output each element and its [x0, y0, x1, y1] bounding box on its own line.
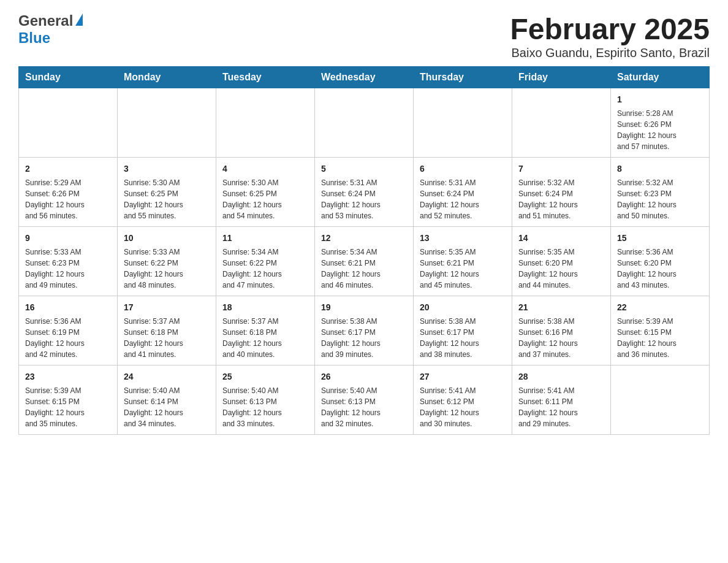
calendar-day-cell: 10Sunrise: 5:33 AM Sunset: 6:22 PM Dayli… [118, 227, 216, 296]
day-number: 4 [222, 163, 308, 175]
day-info: Sunrise: 5:37 AM Sunset: 6:18 PM Dayligh… [124, 316, 210, 360]
calendar-title: February 2025 [510, 12, 710, 46]
calendar-day-cell [414, 88, 512, 158]
calendar-day-cell [315, 88, 414, 158]
day-info: Sunrise: 5:31 AM Sunset: 6:24 PM Dayligh… [420, 177, 506, 221]
day-of-week-header: Monday [118, 67, 216, 88]
page-header: General Blue February 2025 Baixo Guandu,… [18, 12, 710, 60]
day-number: 20 [420, 301, 506, 314]
day-number: 3 [124, 163, 210, 175]
day-number: 7 [518, 163, 604, 175]
day-info: Sunrise: 5:32 AM Sunset: 6:24 PM Dayligh… [518, 177, 604, 221]
day-info: Sunrise: 5:35 AM Sunset: 6:20 PM Dayligh… [518, 247, 604, 291]
calendar-day-cell: 2Sunrise: 5:29 AM Sunset: 6:26 PM Daylig… [19, 158, 118, 227]
calendar-day-cell: 23Sunrise: 5:39 AM Sunset: 6:15 PM Dayli… [19, 366, 118, 435]
day-number: 25 [222, 370, 308, 383]
calendar-day-cell: 20Sunrise: 5:38 AM Sunset: 6:17 PM Dayli… [414, 296, 512, 366]
logo-blue-text: Blue [18, 29, 50, 46]
calendar-day-cell: 11Sunrise: 5:34 AM Sunset: 6:22 PM Dayli… [216, 227, 315, 296]
calendar-day-cell: 3Sunrise: 5:30 AM Sunset: 6:25 PM Daylig… [118, 158, 216, 227]
calendar-day-cell: 27Sunrise: 5:41 AM Sunset: 6:12 PM Dayli… [414, 366, 512, 435]
day-info: Sunrise: 5:38 AM Sunset: 6:17 PM Dayligh… [321, 316, 407, 360]
day-info: Sunrise: 5:39 AM Sunset: 6:15 PM Dayligh… [25, 385, 111, 429]
day-info: Sunrise: 5:41 AM Sunset: 6:12 PM Dayligh… [420, 385, 506, 429]
calendar-day-cell: 22Sunrise: 5:39 AM Sunset: 6:15 PM Dayli… [611, 296, 710, 366]
calendar-day-cell [512, 88, 611, 158]
day-number: 15 [617, 232, 703, 245]
day-of-week-header: Friday [512, 67, 611, 88]
day-number: 16 [25, 301, 111, 314]
day-number: 2 [25, 163, 111, 175]
day-info: Sunrise: 5:41 AM Sunset: 6:11 PM Dayligh… [518, 385, 604, 429]
day-info: Sunrise: 5:38 AM Sunset: 6:17 PM Dayligh… [420, 316, 506, 360]
day-number: 24 [124, 370, 210, 383]
day-info: Sunrise: 5:30 AM Sunset: 6:25 PM Dayligh… [222, 177, 308, 221]
day-info: Sunrise: 5:30 AM Sunset: 6:25 PM Dayligh… [124, 177, 210, 221]
calendar-day-cell: 17Sunrise: 5:37 AM Sunset: 6:18 PM Dayli… [118, 296, 216, 366]
day-number: 1 [617, 93, 703, 106]
day-info: Sunrise: 5:40 AM Sunset: 6:13 PM Dayligh… [222, 385, 308, 429]
calendar-day-cell [216, 88, 315, 158]
day-number: 19 [321, 301, 407, 314]
calendar-week-row: 2Sunrise: 5:29 AM Sunset: 6:26 PM Daylig… [19, 158, 710, 227]
day-info: Sunrise: 5:36 AM Sunset: 6:20 PM Dayligh… [617, 247, 703, 291]
calendar-day-cell: 26Sunrise: 5:40 AM Sunset: 6:13 PM Dayli… [315, 366, 414, 435]
calendar-day-cell: 15Sunrise: 5:36 AM Sunset: 6:20 PM Dayli… [611, 227, 710, 296]
calendar-week-row: 23Sunrise: 5:39 AM Sunset: 6:15 PM Dayli… [19, 366, 710, 435]
day-info: Sunrise: 5:33 AM Sunset: 6:23 PM Dayligh… [25, 247, 111, 291]
day-info: Sunrise: 5:33 AM Sunset: 6:22 PM Dayligh… [124, 247, 210, 291]
calendar-day-cell: 28Sunrise: 5:41 AM Sunset: 6:11 PM Dayli… [512, 366, 611, 435]
header-row: SundayMondayTuesdayWednesdayThursdayFrid… [19, 67, 710, 88]
logo: General Blue [18, 12, 83, 47]
calendar-day-cell: 25Sunrise: 5:40 AM Sunset: 6:13 PM Dayli… [216, 366, 315, 435]
calendar-day-cell: 24Sunrise: 5:40 AM Sunset: 6:14 PM Dayli… [118, 366, 216, 435]
logo-general-text: General [18, 12, 73, 29]
day-of-week-header: Wednesday [315, 67, 414, 88]
day-info: Sunrise: 5:34 AM Sunset: 6:21 PM Dayligh… [321, 247, 407, 291]
day-number: 21 [518, 301, 604, 314]
calendar-day-cell: 5Sunrise: 5:31 AM Sunset: 6:24 PM Daylig… [315, 158, 414, 227]
calendar-day-cell: 12Sunrise: 5:34 AM Sunset: 6:21 PM Dayli… [315, 227, 414, 296]
day-number: 5 [321, 163, 407, 175]
day-info: Sunrise: 5:28 AM Sunset: 6:26 PM Dayligh… [617, 108, 703, 152]
calendar-day-cell: 6Sunrise: 5:31 AM Sunset: 6:24 PM Daylig… [414, 158, 512, 227]
calendar-week-row: 16Sunrise: 5:36 AM Sunset: 6:19 PM Dayli… [19, 296, 710, 366]
calendar-day-cell: 13Sunrise: 5:35 AM Sunset: 6:21 PM Dayli… [414, 227, 512, 296]
day-info: Sunrise: 5:32 AM Sunset: 6:23 PM Dayligh… [617, 177, 703, 221]
calendar-day-cell [118, 88, 216, 158]
day-info: Sunrise: 5:35 AM Sunset: 6:21 PM Dayligh… [420, 247, 506, 291]
day-number: 6 [420, 163, 506, 175]
calendar-day-cell: 7Sunrise: 5:32 AM Sunset: 6:24 PM Daylig… [512, 158, 611, 227]
day-info: Sunrise: 5:29 AM Sunset: 6:26 PM Dayligh… [25, 177, 111, 221]
day-of-week-header: Tuesday [216, 67, 315, 88]
calendar-body: 1Sunrise: 5:28 AM Sunset: 6:26 PM Daylig… [19, 88, 710, 435]
day-of-week-header: Sunday [19, 67, 118, 88]
day-number: 26 [321, 370, 407, 383]
day-info: Sunrise: 5:39 AM Sunset: 6:15 PM Dayligh… [617, 316, 703, 360]
day-info: Sunrise: 5:40 AM Sunset: 6:14 PM Dayligh… [124, 385, 210, 429]
calendar-day-cell: 9Sunrise: 5:33 AM Sunset: 6:23 PM Daylig… [19, 227, 118, 296]
calendar-day-cell: 19Sunrise: 5:38 AM Sunset: 6:17 PM Dayli… [315, 296, 414, 366]
day-number: 8 [617, 163, 703, 175]
calendar-day-cell: 16Sunrise: 5:36 AM Sunset: 6:19 PM Dayli… [19, 296, 118, 366]
day-number: 11 [222, 232, 308, 245]
calendar-day-cell: 18Sunrise: 5:37 AM Sunset: 6:18 PM Dayli… [216, 296, 315, 366]
calendar-table: SundayMondayTuesdayWednesdayThursdayFrid… [18, 66, 710, 435]
day-number: 17 [124, 301, 210, 314]
day-info: Sunrise: 5:40 AM Sunset: 6:13 PM Dayligh… [321, 385, 407, 429]
calendar-day-cell: 14Sunrise: 5:35 AM Sunset: 6:20 PM Dayli… [512, 227, 611, 296]
day-info: Sunrise: 5:37 AM Sunset: 6:18 PM Dayligh… [222, 316, 308, 360]
day-number: 27 [420, 370, 506, 383]
day-number: 23 [25, 370, 111, 383]
calendar-day-cell: 1Sunrise: 5:28 AM Sunset: 6:26 PM Daylig… [611, 88, 710, 158]
day-info: Sunrise: 5:38 AM Sunset: 6:16 PM Dayligh… [518, 316, 604, 360]
calendar-week-row: 1Sunrise: 5:28 AM Sunset: 6:26 PM Daylig… [19, 88, 710, 158]
day-number: 18 [222, 301, 308, 314]
day-of-week-header: Thursday [414, 67, 512, 88]
calendar-day-cell [611, 366, 710, 435]
day-info: Sunrise: 5:31 AM Sunset: 6:24 PM Dayligh… [321, 177, 407, 221]
calendar-day-cell [19, 88, 118, 158]
day-number: 22 [617, 301, 703, 314]
calendar-day-cell: 21Sunrise: 5:38 AM Sunset: 6:16 PM Dayli… [512, 296, 611, 366]
calendar-day-cell: 4Sunrise: 5:30 AM Sunset: 6:25 PM Daylig… [216, 158, 315, 227]
